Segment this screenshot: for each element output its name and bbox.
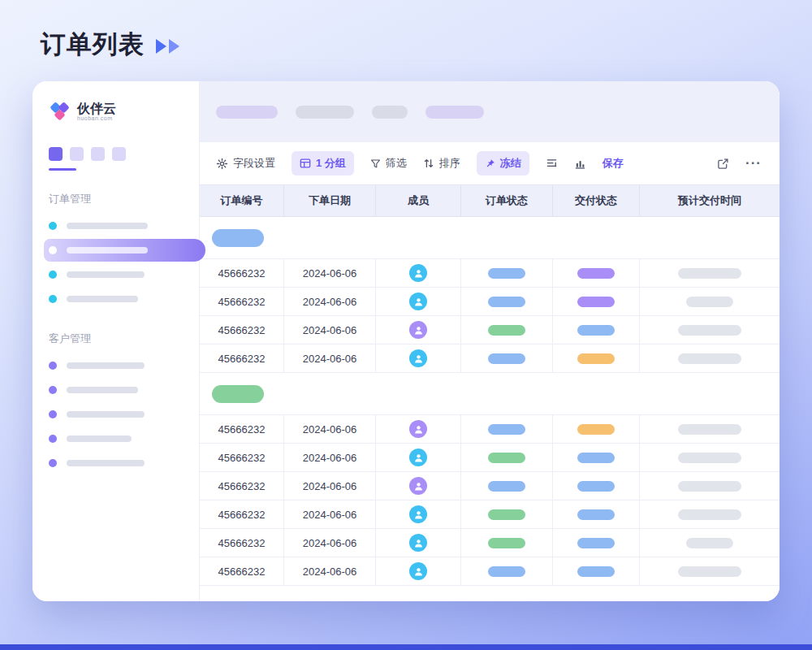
eta-placeholder-pill <box>678 453 741 463</box>
eta-placeholder-pill <box>678 353 741 364</box>
nav-item-label-placeholder <box>67 436 132 442</box>
member-avatar-icon <box>409 562 427 580</box>
nav-item-dot-icon <box>49 459 57 467</box>
order-status-pill <box>488 509 525 520</box>
person-icon <box>413 481 424 492</box>
sidebar-item[interactable] <box>44 239 205 262</box>
group-header-row[interactable] <box>200 217 780 259</box>
order-status-pill <box>488 566 525 577</box>
view-pill-1[interactable] <box>216 106 278 119</box>
row-height-button[interactable] <box>546 158 558 170</box>
edit-share-icon <box>717 158 729 170</box>
more-button[interactable]: ··· <box>745 155 762 171</box>
nav-item-label-placeholder <box>67 387 138 393</box>
column-header[interactable]: 交付状态 <box>553 185 640 216</box>
sidebar-tab-4[interactable] <box>112 147 126 161</box>
person-icon <box>413 353 424 364</box>
freeze-label: 冻结 <box>500 156 521 171</box>
table-row[interactable]: 456662322024-06-06 <box>200 316 780 344</box>
sidebar-item[interactable] <box>49 379 199 401</box>
field-settings-label: 字段设置 <box>233 156 275 171</box>
group-label-pill <box>212 229 264 247</box>
save-button[interactable]: 保存 <box>603 156 624 171</box>
sidebar-item[interactable] <box>49 263 199 286</box>
sidebar-tabs <box>49 147 199 161</box>
column-header[interactable]: 下单日期 <box>284 185 376 216</box>
delivery-status-cell <box>553 344 640 373</box>
table-row[interactable]: 456662322024-06-06 <box>200 557 780 586</box>
view-pill-4[interactable] <box>425 106 484 119</box>
filter-button[interactable]: 筛选 <box>370 156 407 171</box>
sidebar-tab-2[interactable] <box>70 147 84 161</box>
eta-placeholder-pill <box>678 424 741 435</box>
group-header-row[interactable] <box>200 373 780 415</box>
table-header: 订单编号下单日期成员订单状态交付状态预计交付时间 <box>200 184 780 217</box>
table-row[interactable]: 456662322024-06-06 <box>200 444 780 472</box>
order-status-cell <box>461 344 553 373</box>
table-row[interactable]: 456662322024-06-06 <box>200 472 780 500</box>
order-no-cell: 45666232 <box>200 344 284 373</box>
logo-subtext: huoban.com <box>77 115 116 122</box>
order-status-cell <box>461 444 553 472</box>
sidebar-item[interactable] <box>49 214 199 237</box>
order-no-cell: 45666232 <box>200 444 284 472</box>
sidebar-item[interactable] <box>49 403 199 426</box>
order-status-cell <box>461 472 553 500</box>
share-button[interactable] <box>717 158 729 170</box>
delivery-status-cell <box>553 259 640 288</box>
table-body: 456662322024-06-06456662322024-06-064566… <box>200 217 780 586</box>
nav-item-label-placeholder <box>67 223 148 229</box>
table-row[interactable]: 456662322024-06-06 <box>200 415 780 444</box>
eta-placeholder-pill <box>678 481 741 492</box>
column-header[interactable]: 订单状态 <box>461 185 553 216</box>
table-row[interactable]: 456662322024-06-06 <box>200 344 780 373</box>
sort-button[interactable]: 排序 <box>423 156 460 171</box>
view-pill-2[interactable] <box>296 106 354 119</box>
member-avatar-icon <box>409 264 427 282</box>
app-logo: 伙伴云 huoban.com <box>49 101 199 123</box>
sidebar-item[interactable] <box>49 288 199 310</box>
sidebar-item[interactable] <box>49 427 199 450</box>
order-no-cell: 45666232 <box>200 316 284 344</box>
member-avatar-icon <box>409 477 427 495</box>
sidebar-tab-1[interactable] <box>49 147 63 161</box>
table-row[interactable]: 456662322024-06-06 <box>200 500 780 529</box>
chart-button[interactable] <box>574 158 586 170</box>
delivery-status-cell <box>553 415 640 444</box>
group-label-pill <box>212 385 264 403</box>
member-cell <box>376 259 461 288</box>
view-pill-3[interactable] <box>372 106 408 119</box>
eta-placeholder-pill <box>678 325 741 336</box>
member-cell <box>376 472 461 500</box>
eta-cell <box>640 500 780 529</box>
toolbar-right: ··· <box>717 155 762 171</box>
sidebar-item[interactable] <box>49 452 199 474</box>
delivery-status-pill <box>577 453 615 463</box>
table-row[interactable]: 456662322024-06-06 <box>200 288 780 316</box>
eta-placeholder-pill <box>678 566 741 577</box>
sidebar-tab-3[interactable] <box>91 147 105 161</box>
pin-icon <box>485 158 495 169</box>
eta-cell <box>640 529 780 557</box>
order-date-cell: 2024-06-06 <box>284 259 376 288</box>
table-row[interactable]: 456662322024-06-06 <box>200 529 780 557</box>
order-status-pill <box>488 268 525 279</box>
order-no-cell: 45666232 <box>200 500 284 529</box>
column-header[interactable]: 成员 <box>376 185 461 216</box>
column-header[interactable]: 预计交付时间 <box>640 185 780 216</box>
order-status-pill <box>488 325 525 336</box>
delivery-status-pill <box>577 325 615 336</box>
sidebar-item[interactable] <box>49 354 199 377</box>
freeze-button[interactable]: 冻结 <box>477 151 529 176</box>
order-status-pill <box>488 353 525 364</box>
group-button[interactable]: 1 分组 <box>292 151 354 176</box>
column-header[interactable]: 订单编号 <box>200 185 284 216</box>
delivery-status-pill <box>577 353 615 364</box>
field-settings-button[interactable]: 字段设置 <box>216 156 275 171</box>
table-row[interactable]: 456662322024-06-06 <box>200 259 780 288</box>
member-avatar-icon <box>409 349 427 367</box>
active-tab-indicator <box>49 168 76 171</box>
app-window: 伙伴云 huoban.com 订单管理客户管理 字段设置 <box>32 81 780 601</box>
eta-placeholder-pill <box>686 538 733 548</box>
member-cell <box>376 444 461 472</box>
